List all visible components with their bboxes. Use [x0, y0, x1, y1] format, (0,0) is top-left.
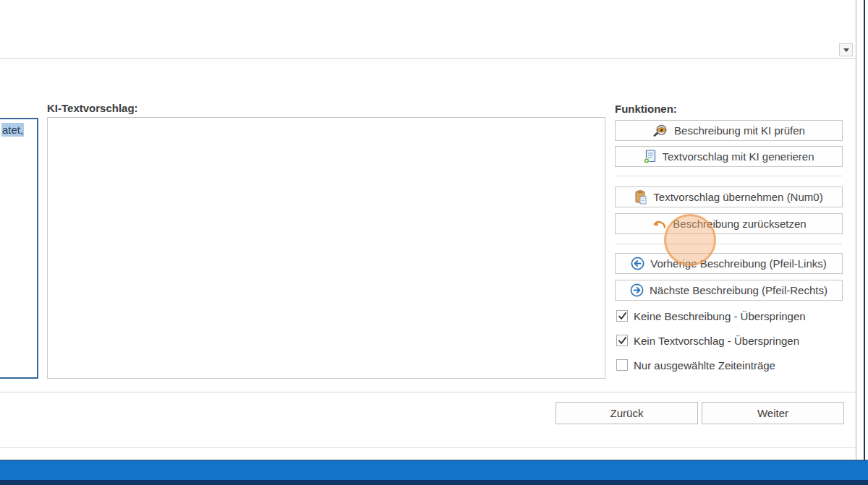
window-right-edge — [864, 0, 865, 460]
checkbox-label: Nur ausgewählte Zeiteinträge — [634, 359, 775, 372]
next-button[interactable]: Weiter — [702, 402, 844, 424]
reset-description-button[interactable]: Beschreibung zurücksetzen — [615, 213, 843, 234]
previous-description-button[interactable]: Vorherige Beschreibung (Pfeil-Links) — [615, 253, 843, 274]
taskbar-strip — [0, 480, 868, 485]
ki-textvorschlag-label: KI-Textvorschlag: — [47, 102, 138, 114]
button-label: Beschreibung zurücksetzen — [673, 218, 806, 230]
document-add-icon — [643, 150, 656, 164]
top-separator — [0, 58, 856, 59]
circle-arrow-right-icon — [630, 283, 644, 297]
next-description-button[interactable]: Nächste Beschreibung (Pfeil-Rechts) — [615, 280, 843, 301]
checkbox-skip-no-description[interactable]: Keine Beschreibung - Überspringen — [616, 309, 806, 322]
footer-top-separator — [0, 392, 856, 392]
ki-textvorschlag-textarea[interactable] — [47, 117, 605, 379]
checkbox-icon — [616, 335, 628, 346]
clipboard-paste-icon — [634, 190, 647, 205]
apply-suggestion-button[interactable]: Textvorschlag übernehmen (Num0) — [615, 186, 843, 207]
back-button[interactable]: Zurück — [556, 402, 698, 424]
checkbox-icon — [616, 310, 628, 322]
eye-magnifier-icon — [652, 124, 668, 137]
checkbox-icon — [616, 359, 628, 371]
check-description-button[interactable]: Beschreibung mit KI prüfen — [615, 120, 843, 141]
checkbox-label: Keine Beschreibung - Überspringen — [634, 310, 806, 322]
button-label: Nächste Beschreibung (Pfeil-Rechts) — [650, 284, 827, 296]
checkbox-only-selected-entries[interactable]: Nur ausgewählte Zeiteinträge — [616, 359, 775, 372]
button-label: Beschreibung mit KI prüfen — [674, 124, 805, 137]
button-label: Textvorschlag übernehmen (Num0) — [653, 191, 822, 203]
checkbox-label: Kein Textvorschlag - Überspringen — [634, 335, 799, 347]
status-bar — [0, 460, 868, 480]
button-label: Vorherige Beschreibung (Pfeil-Links) — [650, 257, 826, 270]
undo-arrow-icon — [651, 218, 667, 230]
dropdown-arrow-button[interactable] — [839, 43, 853, 56]
button-group-separator — [616, 176, 842, 176]
button-label: Textvorschlag mit KI generieren — [662, 150, 814, 163]
functions-title: Funktionen: — [615, 103, 677, 115]
circle-arrow-left-icon — [631, 257, 644, 270]
checkbox-skip-no-suggestion[interactable]: Kein Textvorschlag - Überspringen — [616, 334, 799, 347]
button-group-separator — [616, 244, 842, 244]
selected-text-fragment: atet, — [1, 123, 24, 137]
footer-bottom-separator — [0, 447, 856, 448]
description-editor-clipped[interactable]: atet, — [0, 118, 38, 379]
generate-suggestion-button[interactable]: Textvorschlag mit KI generieren — [615, 146, 843, 167]
chevron-down-icon — [843, 48, 849, 52]
